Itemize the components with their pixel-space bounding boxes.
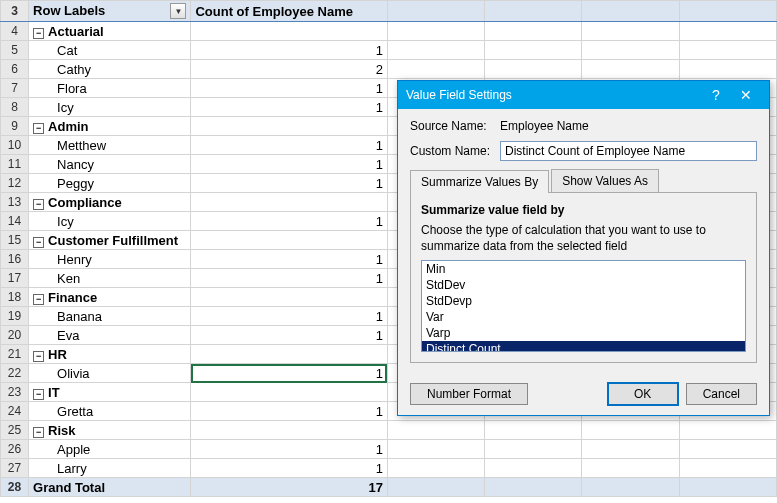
empty-cell[interactable] (191, 117, 388, 136)
empty-cell[interactable] (679, 421, 776, 440)
collapse-icon[interactable]: − (33, 199, 44, 210)
group-cell[interactable]: −Customer Fulfillment (29, 231, 191, 250)
empty-cell[interactable] (582, 459, 679, 478)
row-header[interactable]: 17 (1, 269, 29, 288)
value-cell[interactable]: 1 (191, 402, 388, 421)
empty-cell[interactable] (387, 1, 484, 22)
group-cell[interactable]: −Compliance (29, 193, 191, 212)
row-header[interactable]: 15 (1, 231, 29, 250)
empty-cell[interactable] (485, 22, 582, 41)
row-header[interactable]: 12 (1, 174, 29, 193)
list-item[interactable]: StdDev (422, 277, 745, 293)
row-header[interactable]: 27 (1, 459, 29, 478)
row-header[interactable]: 28 (1, 478, 29, 497)
value-cell[interactable]: 1 (191, 212, 388, 231)
collapse-icon[interactable]: − (33, 389, 44, 400)
close-icon[interactable]: ✕ (731, 87, 761, 103)
item-cell[interactable]: Larry (29, 459, 191, 478)
row-header[interactable]: 20 (1, 326, 29, 345)
item-cell[interactable]: Nancy (29, 155, 191, 174)
list-item[interactable]: Var (422, 309, 745, 325)
row-header[interactable]: 23 (1, 383, 29, 402)
item-cell[interactable]: Apple (29, 440, 191, 459)
calculation-listbox[interactable]: MinStdDevStdDevpVarVarpDistinct Count (421, 260, 746, 352)
value-cell[interactable]: 1 (191, 326, 388, 345)
value-cell[interactable]: 1 (191, 307, 388, 326)
list-item[interactable]: Distinct Count (422, 341, 745, 352)
value-cell[interactable]: 1 (191, 269, 388, 288)
row-header[interactable]: 6 (1, 60, 29, 79)
value-cell[interactable]: 1 (191, 41, 388, 60)
empty-cell[interactable] (485, 459, 582, 478)
row-header[interactable]: 13 (1, 193, 29, 212)
row-header[interactable]: 16 (1, 250, 29, 269)
item-cell[interactable]: Eva (29, 326, 191, 345)
value-cell[interactable]: 1 (191, 440, 388, 459)
empty-cell[interactable] (191, 345, 388, 364)
value-cell[interactable]: 1 (191, 136, 388, 155)
grand-total-label[interactable]: Grand Total (29, 478, 191, 497)
list-item[interactable]: Varp (422, 325, 745, 341)
group-cell[interactable]: −Actuarial (29, 22, 191, 41)
row-header[interactable]: 11 (1, 155, 29, 174)
empty-cell[interactable] (679, 459, 776, 478)
tab-summarize-values-by[interactable]: Summarize Values By (410, 170, 549, 193)
empty-cell[interactable] (679, 1, 776, 22)
row-header[interactable]: 10 (1, 136, 29, 155)
item-cell[interactable]: Ken (29, 269, 191, 288)
empty-cell[interactable] (387, 440, 484, 459)
value-cell[interactable]: 1 (191, 364, 388, 383)
item-cell[interactable]: Banana (29, 307, 191, 326)
empty-cell[interactable] (485, 1, 582, 22)
empty-cell[interactable] (485, 60, 582, 79)
group-cell[interactable]: −Finance (29, 288, 191, 307)
item-cell[interactable]: Cathy (29, 60, 191, 79)
row-header[interactable]: 22 (1, 364, 29, 383)
row-header[interactable]: 8 (1, 98, 29, 117)
value-cell[interactable]: 17 (191, 478, 388, 497)
empty-cell[interactable] (679, 41, 776, 60)
item-cell[interactable]: Olivia (29, 364, 191, 383)
collapse-icon[interactable]: − (33, 427, 44, 438)
group-cell[interactable]: −Admin (29, 117, 191, 136)
collapse-icon[interactable]: − (33, 237, 44, 248)
empty-cell[interactable] (582, 1, 679, 22)
empty-cell[interactable] (387, 41, 484, 60)
empty-cell[interactable] (387, 459, 484, 478)
number-format-button[interactable]: Number Format (410, 383, 528, 405)
value-cell[interactable]: 1 (191, 459, 388, 478)
row-header[interactable]: 26 (1, 440, 29, 459)
item-cell[interactable]: Icy (29, 212, 191, 231)
empty-cell[interactable] (191, 231, 388, 250)
value-cell[interactable]: 1 (191, 250, 388, 269)
empty-cell[interactable] (191, 193, 388, 212)
item-cell[interactable]: Peggy (29, 174, 191, 193)
row-header[interactable]: 4 (1, 22, 29, 41)
row-header[interactable]: 24 (1, 402, 29, 421)
row-labels-header[interactable]: Row Labels▼ (29, 1, 191, 22)
empty-cell[interactable] (387, 22, 484, 41)
item-cell[interactable]: Metthew (29, 136, 191, 155)
empty-cell[interactable] (191, 421, 388, 440)
row-header[interactable]: 3 (1, 1, 29, 22)
value-header[interactable]: Count of Employee Name (191, 1, 388, 22)
empty-cell[interactable] (387, 421, 484, 440)
row-header[interactable]: 18 (1, 288, 29, 307)
value-cell[interactable]: 1 (191, 174, 388, 193)
row-header[interactable]: 25 (1, 421, 29, 440)
empty-cell[interactable] (679, 478, 776, 497)
empty-cell[interactable] (485, 440, 582, 459)
empty-cell[interactable] (582, 41, 679, 60)
empty-cell[interactable] (387, 60, 484, 79)
empty-cell[interactable] (485, 421, 582, 440)
empty-cell[interactable] (582, 60, 679, 79)
empty-cell[interactable] (679, 60, 776, 79)
item-cell[interactable]: Gretta (29, 402, 191, 421)
group-cell[interactable]: −IT (29, 383, 191, 402)
empty-cell[interactable] (582, 421, 679, 440)
empty-cell[interactable] (582, 440, 679, 459)
empty-cell[interactable] (191, 383, 388, 402)
empty-cell[interactable] (485, 41, 582, 60)
item-cell[interactable]: Icy (29, 98, 191, 117)
empty-cell[interactable] (582, 22, 679, 41)
